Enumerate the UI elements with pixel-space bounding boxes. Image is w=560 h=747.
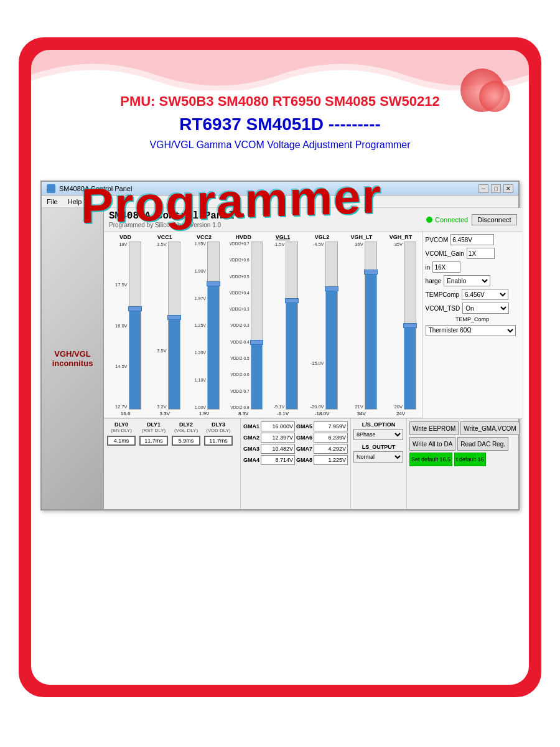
write-gma-vcom-button[interactable]: Write_GMA,VCOM: [460, 421, 519, 435]
outer-frame: PMU: SW50B3 SM4080 RT6950 SM4085 SW50212…: [19, 37, 541, 697]
sliders-row: VDD 18V 17.5V 16.0V 14.5V 12.7V: [104, 232, 522, 418]
gma3-input[interactable]: [261, 444, 295, 454]
pvcom-input[interactable]: [450, 234, 494, 245]
vcom2-gain-row: in: [426, 261, 520, 273]
header-section: PMU: SW50B3 SM4080 RT6950 SM4085 SW50212…: [31, 93, 529, 157]
gma5-input[interactable]: [314, 421, 348, 431]
slider-hvdd-track[interactable]: [251, 242, 263, 410]
slider-vcc1-value: 3.3V: [160, 411, 170, 416]
ls-output-label: LS_OUTPUT: [353, 444, 404, 450]
slider-vcc2-fill: [208, 284, 219, 409]
slider-vgh-lt-fill: [365, 272, 376, 409]
tempcomp-select[interactable]: 6.456V: [462, 289, 508, 300]
vcom1-gain-label: VCOM1_Gain: [426, 250, 464, 257]
slider-vgl1-track[interactable]: [286, 242, 298, 410]
panel-title: SM4080A Control Panel: [109, 210, 235, 222]
rt-line: RT6937 SM4051D ---------: [44, 115, 516, 134]
inner-area: PMU: SW50B3 SM4080 RT6950 SM4085 SW50212…: [31, 50, 529, 685]
slider-vgh-lt-track[interactable]: [365, 242, 377, 410]
restore-button[interactable]: □: [491, 184, 501, 193]
connection-status: Connected: [435, 216, 468, 223]
gma7-input[interactable]: [314, 444, 348, 454]
slider-vcc2-wrapper: 1.95V 1.90V 1.97V 1.25V 1.20V 1.10V 1.00…: [185, 242, 223, 410]
gma1-item: GMA1: [243, 421, 295, 431]
slider-vcc2-track[interactable]: [207, 242, 220, 410]
panel-title-group: SM4080A Control Panel Programmed by Sili…: [109, 210, 235, 228]
ls-output-select[interactable]: Normal: [353, 451, 403, 463]
slider-vgl2-scale: -4.5V -15.0V -20.0V: [307, 242, 324, 410]
vcom2-gain-input[interactable]: [432, 261, 460, 273]
ls-section: L/S_OPTION 8Phase LS_OUTPUT Normal: [351, 419, 407, 509]
delay-dly3-input-wrap: [203, 436, 233, 446]
thermistor-select[interactable]: Thermister 60Ω: [426, 325, 516, 336]
write-all-da-button[interactable]: Write All to DA: [409, 437, 455, 451]
slider-vgl1-fill: [286, 301, 297, 409]
wavy-decoration: [31, 50, 529, 90]
slider-vgh-rt: VGH_RT 35V 20V: [381, 234, 419, 416]
slider-vcc1-thumb: [167, 315, 181, 320]
ls-option-select[interactable]: 8Phase: [353, 429, 403, 440]
slider-vgl2: VGL2 -4.5V -15.0V -20.0V: [303, 234, 341, 416]
delay-dly0-input[interactable]: [107, 436, 136, 446]
temp-comp-group: TEMP_Comp Thermister 60Ω: [426, 316, 520, 336]
gma3-label: GMA3: [243, 446, 259, 452]
disconnect-button[interactable]: Disconnect: [472, 214, 516, 225]
read-dac-reg-button[interactable]: Read DAC Reg.: [457, 437, 508, 451]
control-panel-window: SM4080A Control Panel ─ □ ✕ File Help VG…: [40, 181, 520, 510]
minimize-button[interactable]: ─: [478, 184, 488, 193]
menu-bar: File Help: [42, 195, 518, 208]
close-button[interactable]: ✕: [503, 184, 513, 193]
charge-select[interactable]: Enablo: [444, 275, 490, 286]
panel-subtitle: Programmed by Siliconnitus. Version 1.0: [109, 222, 235, 228]
menu-file[interactable]: File: [47, 198, 58, 205]
vcom2-gain-label: in: [426, 264, 431, 271]
delay-dly1-input-wrap: [139, 436, 169, 446]
slider-vcc2-thumb: [207, 281, 220, 286]
delay-dly2-input[interactable]: [172, 436, 200, 446]
panel-header: SM4080A Control Panel Programmed by Sili…: [104, 208, 522, 232]
set-default-16-button[interactable]: t default 16: [454, 453, 486, 466]
panel-content: VGH/VGLinconnitus SM4080A Control Panel …: [42, 208, 518, 509]
slider-hvdd-fill: [251, 342, 262, 409]
slider-vcc2-label: VCC2: [197, 234, 212, 240]
slider-vgl2-track[interactable]: [325, 242, 338, 410]
bottom-section: DLY0 (EN DLY) DLY1 (RST DLY) DLY2 (VGL D…: [104, 418, 522, 509]
connect-area: Connected Disconnect: [426, 214, 517, 225]
gma8-input[interactable]: [314, 455, 348, 465]
slider-vgl1-value: -6.1V: [277, 411, 289, 416]
gma8-label: GMA8: [296, 457, 312, 463]
write-eeprom-button[interactable]: Write EEPROM: [409, 421, 459, 435]
gma3-item: GMA3: [243, 444, 295, 454]
vcom-tsd-row: VCOM_TSD On: [426, 303, 520, 314]
slider-hvdd: HVDD VDD/2+0.7 VDD/2+0.6 VDD/2+0.5 VDD/2…: [225, 234, 263, 416]
gma2-item: GMA2: [243, 433, 295, 443]
slider-vgl1-thumb: [285, 298, 299, 303]
gma4-input[interactable]: [261, 455, 295, 465]
menu-help[interactable]: Help: [68, 198, 82, 205]
vcom1-gain-input[interactable]: [467, 248, 495, 259]
slider-vdd: VDD 18V 17.5V 16.0V 14.5V 12.7V: [106, 234, 144, 416]
delay-dly3-input[interactable]: [204, 436, 233, 446]
logo-text: VGH/VGLinconnitus: [52, 349, 93, 368]
pvcom-label: PVCOM: [426, 237, 449, 243]
delay-dly3-header: DLY3 (VDD DLY): [203, 421, 233, 433]
slider-vgh-rt-wrapper: 35V 20V: [381, 242, 419, 410]
gma7-item: GMA7: [296, 444, 348, 454]
gma1-label: GMA1: [243, 423, 259, 430]
delay-dly2-input-wrap: [171, 436, 201, 446]
slider-vgh-lt-value: 34V: [357, 411, 366, 416]
gma6-input[interactable]: [314, 433, 348, 443]
slider-hvdd-scale: VDD/2+0.7 VDD/2+0.6 VDD/2+0.5 VDD/2+0.4 …: [225, 242, 250, 410]
title-bar-icon: [47, 184, 55, 193]
gma8-item: GMA8: [296, 455, 348, 465]
gma2-input[interactable]: [261, 433, 295, 443]
delay-dly1-input[interactable]: [139, 436, 168, 446]
gma7-label: GMA7: [296, 446, 312, 452]
slider-vgh-rt-track[interactable]: [404, 242, 416, 410]
set-default-165-button[interactable]: Set default 16.5: [409, 453, 452, 466]
slider-vdd-track[interactable]: [129, 242, 141, 410]
slider-vcc1-track[interactable]: [168, 242, 180, 410]
vcom-tsd-select[interactable]: On: [462, 303, 509, 314]
gma1-input[interactable]: [261, 421, 295, 431]
slider-vgh-lt-label: VGH_LT: [350, 234, 372, 240]
